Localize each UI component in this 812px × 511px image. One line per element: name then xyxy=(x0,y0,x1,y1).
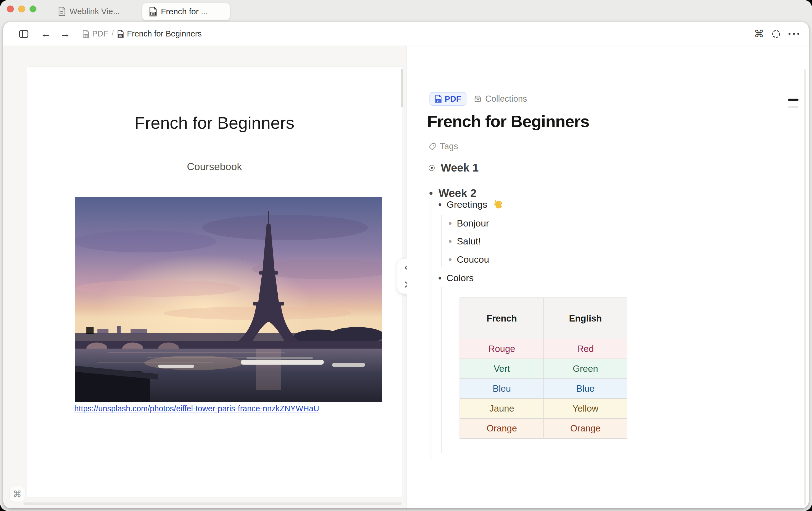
forward-button[interactable]: → xyxy=(58,22,72,46)
note-title[interactable]: French for Beginners xyxy=(427,112,589,131)
table-cell: Red xyxy=(544,339,627,358)
document-panel: PDF PDF Collections French for Beginners xyxy=(407,46,809,508)
indent-guide xyxy=(441,287,442,453)
pdf-page-subtitle: Coursebook xyxy=(27,161,402,172)
shortcut-command-button[interactable]: ⌘ xyxy=(10,486,25,502)
zoom-button[interactable] xyxy=(30,5,36,12)
column-header: French xyxy=(460,298,544,339)
table-row: Jaune Yellow xyxy=(460,398,627,418)
document-icon xyxy=(58,7,66,16)
close-button[interactable] xyxy=(7,5,14,12)
pdf-vertical-scrollbar[interactable] xyxy=(401,69,403,107)
sidebar-toggle-button[interactable] xyxy=(18,22,30,46)
ellipsis-icon xyxy=(788,33,799,35)
pdf-file-icon: PDF xyxy=(117,30,124,38)
pdf-file-icon: PDF xyxy=(149,7,157,17)
app-window: Weblink Vie... PDF French for ... ← xyxy=(0,0,812,511)
badge-label: PDF xyxy=(445,94,461,104)
pdf-type-badge[interactable]: PDF PDF xyxy=(430,92,466,106)
tab-french-for[interactable]: PDF French for ... xyxy=(142,3,230,21)
list-label: Coucou xyxy=(457,254,489,265)
tags-label: Tags xyxy=(440,141,458,151)
table-cell: Orange xyxy=(544,419,627,438)
column-header: English xyxy=(544,298,627,339)
breadcrumb-label: PDF xyxy=(92,29,108,38)
list-item-salut[interactable]: Salut! xyxy=(449,236,481,247)
tab-bar: Weblink Vie... PDF French for ... xyxy=(0,0,812,22)
pdf-horizontal-scrollbar[interactable] xyxy=(24,503,402,505)
more-options-button[interactable] xyxy=(787,22,801,46)
bullet-icon xyxy=(430,192,433,195)
breadcrumb-label: French for Beginners xyxy=(127,29,202,38)
focus-mode-button[interactable] xyxy=(769,22,783,46)
back-arrow-icon: ← xyxy=(40,22,51,46)
list-label: Week 2 xyxy=(439,187,476,199)
tab-weblink-viewer[interactable]: Weblink Vie... xyxy=(51,3,126,20)
tag-icon xyxy=(429,143,436,150)
svg-text:PDF: PDF xyxy=(151,12,155,15)
tab-label: French for ... xyxy=(161,7,208,16)
panel-left-icon xyxy=(19,30,28,38)
svg-text:PDF: PDF xyxy=(119,35,123,37)
breadcrumb-item-pdf[interactable]: PDF PDF xyxy=(82,29,108,38)
table-row: Orange Orange xyxy=(460,418,627,438)
svg-text:PDF: PDF xyxy=(84,35,88,37)
colors-table[interactable]: French English Rouge Red Vert Green Bleu… xyxy=(460,297,627,439)
table-row: Vert Green xyxy=(460,358,627,378)
unsplash-link[interactable]: https://unsplash.com/photos/eiffel-tower… xyxy=(74,404,319,413)
table-cell: Rouge xyxy=(460,339,544,358)
table-cell: Bleu xyxy=(460,379,544,398)
pdf-file-icon: PDF xyxy=(435,95,442,103)
list-label: Bonjour xyxy=(457,218,489,229)
table-cell: Jaune xyxy=(460,399,544,418)
pdf-viewer-panel: French for Beginners Coursebook xyxy=(3,46,406,508)
content-card: ← → PDF PDF / PDF xyxy=(3,22,809,508)
list-label: Greetings xyxy=(446,199,487,210)
table-row: Bleu Blue xyxy=(460,378,627,398)
badge-row: PDF PDF Collections xyxy=(430,92,527,106)
list-label: Colors xyxy=(446,273,474,284)
breadcrumb-item-current[interactable]: PDF French for Beginners xyxy=(117,29,202,38)
tags-button[interactable]: Tags xyxy=(429,141,458,151)
table-cell: Blue xyxy=(544,379,627,398)
bullet-icon xyxy=(439,277,441,279)
back-button[interactable]: ← xyxy=(39,22,53,46)
list-item-bonjour[interactable]: Bonjour xyxy=(449,218,489,229)
eiffel-tower-photo xyxy=(75,197,382,402)
indent-guide xyxy=(431,201,431,460)
table-cell: Vert xyxy=(460,359,544,378)
collections-label: Collections xyxy=(485,94,527,104)
list-item-coucou[interactable]: Coucou xyxy=(449,254,489,265)
list-label: Week 1 xyxy=(441,162,478,174)
list-item-week1[interactable]: Week 1 xyxy=(429,162,478,174)
outline-marker-active[interactable] xyxy=(788,99,799,101)
list-item-greetings[interactable]: Greetings xyxy=(439,199,503,210)
bullet-icon xyxy=(439,203,441,206)
breadcrumb: PDF PDF / PDF French for Beginners xyxy=(82,22,202,46)
list-label: Salut! xyxy=(457,236,481,247)
collections-button[interactable]: Collections xyxy=(474,94,527,104)
table-cell: Green xyxy=(544,359,627,378)
list-item-week2[interactable]: Week 2 xyxy=(430,187,476,199)
table-row: Rouge Red xyxy=(460,339,627,358)
table-cell: Orange xyxy=(460,419,544,438)
outline-marker[interactable] xyxy=(788,106,799,108)
indent-guide xyxy=(441,215,442,267)
tab-label: Weblink Vie... xyxy=(69,7,120,16)
screen: Weblink Vie... PDF French for ... ← xyxy=(0,0,812,511)
bullet-icon xyxy=(449,258,452,261)
collapsed-bullet-icon[interactable] xyxy=(429,165,435,171)
breadcrumb-separator: / xyxy=(112,29,114,38)
minimize-button[interactable] xyxy=(18,5,25,12)
table-header-row: French English xyxy=(460,298,627,339)
waving-hand-emoji xyxy=(493,200,503,209)
table-cell: Yellow xyxy=(544,399,627,418)
svg-text:PDF: PDF xyxy=(436,100,440,102)
capture-button[interactable]: ⌘ xyxy=(752,22,766,46)
pdf-page: French for Beginners Coursebook xyxy=(27,66,402,498)
archive-box-icon xyxy=(474,95,482,103)
list-item-colors[interactable]: Colors xyxy=(439,273,474,284)
note-vertical-scrollbar[interactable] xyxy=(804,69,806,506)
forward-arrow-icon: → xyxy=(60,22,70,46)
bullet-icon xyxy=(449,240,452,243)
